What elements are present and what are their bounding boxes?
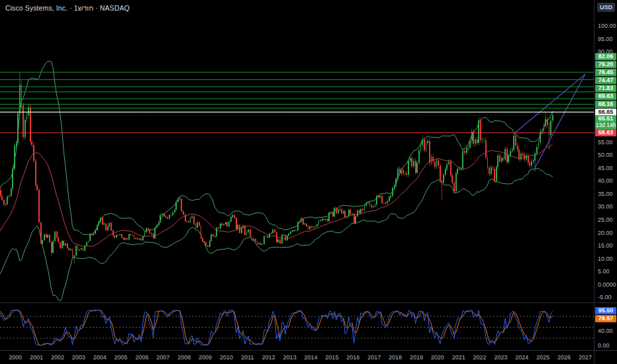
green-level-price-label[interactable]: 76.45 — [595, 69, 616, 76]
year-label: 2002 — [51, 354, 64, 361]
price-tick-label: 95.00 — [598, 36, 613, 42]
year-label: 2015 — [325, 354, 338, 361]
symbol-title[interactable]: Cisco Systems, Inc. · 1חודש · NASDAQ — [5, 4, 130, 12]
year-label: 2000 — [9, 354, 22, 361]
price-tick-label: 40.00 — [598, 177, 613, 184]
year-label: 2005 — [115, 354, 128, 361]
stoch-tick-label: 0.00 — [598, 342, 610, 349]
green-level-price-label[interactable]: 79.20 — [595, 61, 616, 68]
price-tick-label: 5.00 — [598, 268, 610, 275]
year-label: 2001 — [30, 354, 43, 361]
price-tick-label: 55.00 — [598, 139, 613, 146]
currency-button[interactable]: USD — [597, 3, 615, 12]
price-tick-label: 25.00 — [598, 216, 613, 223]
price-tick-label: 30.00 — [598, 203, 613, 210]
year-label: 2010 — [220, 354, 233, 361]
year-label: 2021 — [452, 354, 465, 361]
green-level-price-label[interactable]: 68.16 — [595, 101, 616, 108]
year-label: 2009 — [199, 354, 212, 361]
year-label: 2012 — [262, 354, 275, 361]
green-level-price-label[interactable]: 74.47 — [595, 77, 616, 84]
chart-canvas[interactable] — [0, 0, 617, 364]
price-tick-label: 15.00 — [598, 242, 613, 249]
tradingview-chart-window: Cisco Systems, Inc. · 1חודש · NASDAQ USD… — [0, 0, 617, 364]
price-tick-label: 0.0000 — [598, 281, 616, 288]
year-label: 2003 — [72, 354, 85, 361]
time-axis[interactable]: 2000200120022003200420052006200720082009… — [0, 351, 617, 364]
year-label: 2014 — [304, 354, 317, 361]
trend-line[interactable] — [515, 74, 585, 133]
price-tick-label: 50.00 — [598, 152, 613, 158]
stoch-k-value-label: 95.50 — [595, 307, 616, 314]
price-pane[interactable] — [0, 61, 585, 300]
price-tick-label: 10.00 — [598, 255, 613, 262]
price-tick-label: 35.00 — [598, 191, 613, 197]
green-level-price-label[interactable]: 82.06 — [595, 53, 616, 60]
red-level-price-label[interactable]: 58.63 — [595, 129, 616, 136]
year-label: 2022 — [473, 354, 487, 361]
green-level-price-label[interactable]: 69.63 — [595, 93, 616, 100]
stoch-d-value-label: 79.97 — [595, 315, 616, 322]
year-label: 2007 — [156, 354, 169, 361]
price-tick-label: 45.00 — [598, 165, 613, 171]
year-label: 2024 — [515, 354, 528, 361]
year-label: 2013 — [283, 354, 297, 361]
trend-line[interactable] — [534, 74, 585, 169]
current-price-label[interactable]: 65.5113d 14h — [595, 115, 616, 129]
price-tick-label: 100.00 — [598, 23, 616, 29]
price-tick-label: 20.00 — [598, 230, 613, 236]
year-label: 2027 — [579, 354, 592, 361]
current-price-value: 65.51 — [595, 115, 616, 122]
year-label: 2026 — [557, 354, 571, 361]
year-label: 2004 — [93, 354, 107, 361]
stoch-k-line — [0, 310, 553, 345]
year-label: 2025 — [536, 354, 549, 361]
price-axis[interactable]: 100.0095.0090.0060.0055.0050.0045.0040.0… — [594, 0, 617, 351]
year-label: 2023 — [494, 354, 507, 361]
price-tick-label: -5.00 — [598, 294, 612, 300]
bar-countdown: 13d 14h — [595, 122, 616, 129]
stoch-tick-label: 40.00 — [598, 328, 613, 334]
stochastic-pane[interactable] — [0, 310, 594, 345]
year-label: 2016 — [346, 354, 359, 361]
year-label: 2017 — [367, 354, 381, 361]
year-label: 2018 — [389, 354, 402, 361]
pane-separator[interactable] — [0, 302, 617, 303]
year-label: 2008 — [177, 354, 191, 361]
year-label: 2011 — [241, 354, 254, 361]
year-label: 2019 — [410, 354, 423, 361]
year-label: 2006 — [135, 354, 148, 361]
green-level-price-label[interactable]: 71.83 — [595, 85, 616, 92]
year-label: 2020 — [431, 354, 444, 361]
